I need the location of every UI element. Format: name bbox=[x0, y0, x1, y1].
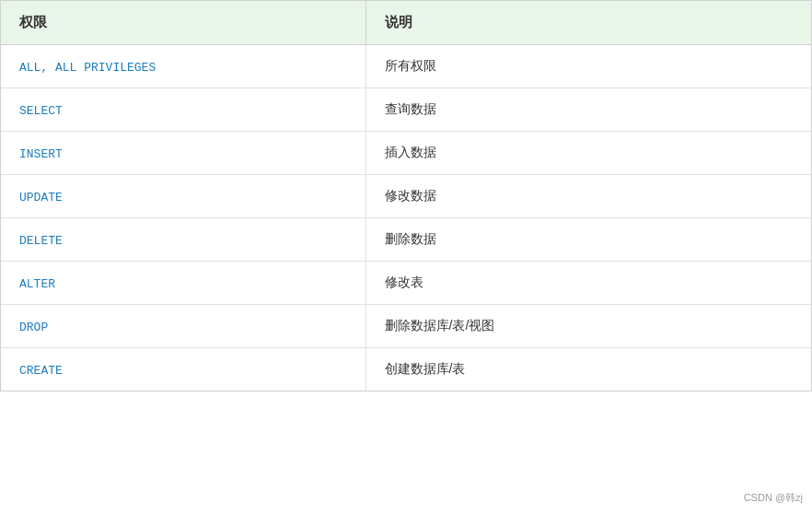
privileges-table-container: 权限 说明 ALL, ALL PRIVILEGES所有权限SELECT查询数据I… bbox=[0, 0, 812, 391]
description-value: 所有权限 bbox=[385, 58, 436, 73]
description-cell: 所有权限 bbox=[365, 45, 811, 88]
description-cell: 查询数据 bbox=[365, 88, 811, 132]
privileges-table: 权限 说明 ALL, ALL PRIVILEGES所有权限SELECT查询数据I… bbox=[1, 1, 811, 391]
table-row: ALL, ALL PRIVILEGES所有权限 bbox=[1, 45, 811, 88]
description-cell: 插入数据 bbox=[365, 132, 811, 175]
description-cell: 删除数据 bbox=[365, 218, 811, 262]
description-cell: 修改数据 bbox=[365, 175, 811, 218]
privilege-value: INSERT bbox=[19, 147, 63, 161]
table-row: DELETE删除数据 bbox=[1, 218, 811, 262]
privilege-cell: DROP bbox=[1, 305, 365, 348]
table-row: CREATE创建数据库/表 bbox=[1, 348, 811, 391]
privilege-value: ALL, ALL PRIVILEGES bbox=[19, 61, 156, 75]
privilege-cell: SELECT bbox=[1, 88, 365, 132]
privilege-value: DELETE bbox=[19, 234, 63, 248]
privilege-value: SELECT bbox=[19, 104, 63, 118]
table-row: INSERT插入数据 bbox=[1, 132, 811, 175]
description-cell: 修改表 bbox=[365, 262, 811, 305]
description-value: 删除数据库/表/视图 bbox=[385, 318, 495, 333]
privilege-value: UPDATE bbox=[19, 191, 63, 204]
description-value: 插入数据 bbox=[385, 145, 436, 159]
table-row: UPDATE修改数据 bbox=[1, 175, 811, 218]
privilege-value: ALTER bbox=[19, 277, 55, 291]
description-value: 修改数据 bbox=[385, 188, 436, 203]
description-value: 修改表 bbox=[385, 275, 423, 289]
table-body: ALL, ALL PRIVILEGES所有权限SELECT查询数据INSERT插… bbox=[1, 45, 811, 391]
description-value: 创建数据库/表 bbox=[385, 361, 466, 376]
privilege-cell: DELETE bbox=[1, 218, 365, 262]
description-cell: 创建数据库/表 bbox=[365, 348, 811, 391]
table-row: DROP删除数据库/表/视图 bbox=[1, 305, 811, 348]
privilege-cell: INSERT bbox=[1, 132, 365, 175]
privilege-value: DROP bbox=[19, 321, 48, 334]
privilege-value: CREATE bbox=[19, 364, 63, 378]
table-header-row: 权限 说明 bbox=[1, 1, 811, 45]
description-value: 查询数据 bbox=[385, 101, 436, 116]
watermark-text: CSDN @韩zj bbox=[744, 491, 803, 505]
description-cell: 删除数据库/表/视图 bbox=[365, 305, 811, 348]
privilege-cell: ALTER bbox=[1, 262, 365, 305]
table-row: ALTER修改表 bbox=[1, 262, 811, 305]
privilege-cell: ALL, ALL PRIVILEGES bbox=[1, 45, 365, 88]
col-description-header: 说明 bbox=[365, 1, 811, 45]
description-value: 删除数据 bbox=[385, 231, 436, 246]
privilege-cell: CREATE bbox=[1, 348, 365, 391]
col-privilege-header: 权限 bbox=[1, 1, 365, 45]
privilege-cell: UPDATE bbox=[1, 175, 365, 218]
table-row: SELECT查询数据 bbox=[1, 88, 811, 132]
